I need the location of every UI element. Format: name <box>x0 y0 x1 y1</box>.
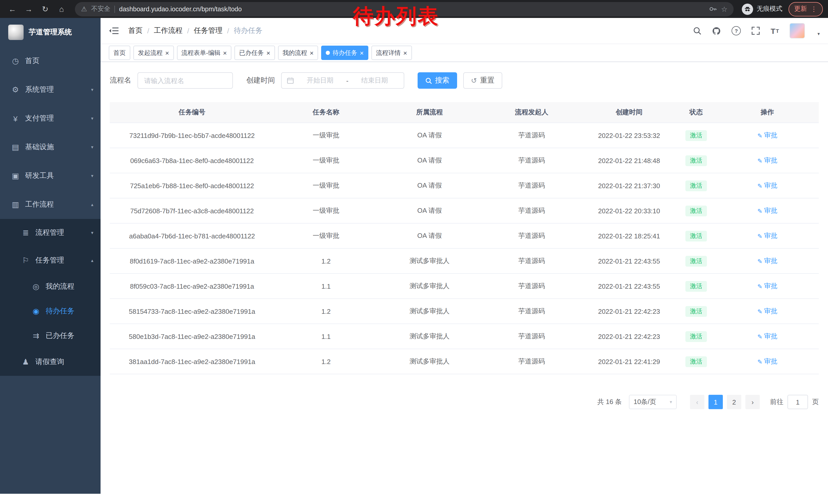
tab[interactable]: 已办任务 <box>235 46 275 60</box>
close-icon[interactable] <box>165 49 169 56</box>
close-icon[interactable] <box>403 49 407 56</box>
cell-create-time: 2022-01-21 22:43:55 <box>582 248 676 274</box>
approve-button[interactable]: 审批 <box>757 231 778 240</box>
home-icon[interactable]: ⌂ <box>54 2 69 16</box>
sidebar-item-devtools[interactable]: ▣ 研发工具 <box>0 162 100 190</box>
breadcrumb-home[interactable]: 首页 <box>128 26 142 35</box>
cell-create-time: 2022-01-21 22:41:29 <box>582 349 676 374</box>
cell-create-time: 2022-01-21 22:43:55 <box>582 274 676 299</box>
tab[interactable]: 流程详情 <box>371 46 412 60</box>
edit-icon <box>757 182 762 189</box>
edit-icon <box>757 132 762 139</box>
next-page-button[interactable]: › <box>745 395 760 409</box>
table-row: 8f0d1619-7ac8-11ec-a9e2-a2380e71991a 1.2… <box>110 248 819 274</box>
incognito-label: 无痕模式 <box>757 5 782 13</box>
app-logo: 芋道管理系统 <box>0 18 100 47</box>
sidebar-collapse-icon[interactable] <box>109 25 120 36</box>
github-icon[interactable] <box>712 27 721 35</box>
sidebar-item-todo-tasks[interactable]: ◉ 待办任务 <box>0 299 100 324</box>
goto-page-input[interactable] <box>787 395 808 409</box>
menu-dots-icon[interactable]: ⋮ <box>811 5 817 13</box>
search-button[interactable]: 搜索 <box>418 72 457 89</box>
breadcrumb-task-manage[interactable]: 任务管理 <box>194 26 223 35</box>
page-button-2[interactable]: 2 <box>727 395 741 409</box>
divider <box>114 5 115 12</box>
search-icon[interactable] <box>693 27 701 35</box>
sidebar-item-my-process[interactable]: ◎ 我的流程 <box>0 274 100 299</box>
cell-create-time: 2022-01-21 22:42:23 <box>582 299 676 324</box>
avatar-caret-icon[interactable]: ▾ <box>818 31 820 39</box>
approve-button[interactable]: 审批 <box>757 156 778 165</box>
tab[interactable]: 我的流程 <box>278 46 318 60</box>
close-icon[interactable] <box>310 49 314 56</box>
page-button-1[interactable]: 1 <box>708 395 723 409</box>
chevron-down-icon <box>91 116 93 121</box>
tab[interactable]: 首页 <box>109 46 130 60</box>
address-bar[interactable]: ⚠ 不安全 dashboard.yudao.iocoder.cn/bpm/tas… <box>75 2 734 16</box>
process-name-input[interactable] <box>137 72 233 89</box>
browser-update-button[interactable]: 更新 ⋮ <box>788 2 823 16</box>
cell-task-name: 一级审批 <box>274 223 378 248</box>
approve-button[interactable]: 审批 <box>757 357 778 366</box>
reset-button[interactable]: ↺ 重置 <box>463 72 502 89</box>
page-unit-label: 页 <box>812 397 819 407</box>
user-avatar[interactable] <box>790 23 805 39</box>
approve-button[interactable]: 审批 <box>757 332 778 341</box>
cell-task-id: 725a1eb6-7b88-11ec-8ef0-acde48001122 <box>110 173 274 198</box>
close-icon[interactable] <box>360 49 364 56</box>
page-size-select[interactable]: 10条/页 ▾ <box>629 395 677 409</box>
sidebar-item-leave-query[interactable]: ♟ 请假查询 <box>0 348 100 376</box>
browser-toolbar: ← → ↻ ⌂ ⚠ 不安全 dashboard.yudao.iocoder.cn… <box>0 0 828 18</box>
end-date-placeholder: 结束日期 <box>350 76 399 85</box>
prev-page-button[interactable]: ‹ <box>690 395 704 409</box>
cell-task-id: 73211d9d-7b9b-11ec-b5b7-acde48001122 <box>110 123 274 148</box>
create-time-label: 创建时间 <box>246 76 275 85</box>
cell-process: OA 请假 <box>378 198 482 223</box>
sidebar-item-task-manage[interactable]: ⚐ 任务管理 <box>0 246 100 274</box>
sidebar-item-done-tasks[interactable]: ⇉ 已办任务 <box>0 324 100 348</box>
sidebar-item-process-manage[interactable]: ≣ 流程管理 <box>0 219 100 246</box>
approve-button[interactable]: 审批 <box>757 256 778 266</box>
sidebar-item-workflow[interactable]: ▥ 工作流程 <box>0 190 100 219</box>
bookmark-star-icon[interactable]: ☆ <box>721 5 728 13</box>
password-key-icon[interactable] <box>709 5 717 13</box>
close-icon[interactable] <box>223 49 227 56</box>
tab[interactable]: 发起流程 <box>133 46 174 60</box>
breadcrumb-workflow[interactable]: 工作流程 <box>154 26 182 35</box>
sidebar-item-home[interactable]: ◷ 首页 <box>0 47 100 75</box>
start-date-placeholder: 开始日期 <box>296 76 344 85</box>
cell-task-name: 1.1 <box>274 274 378 299</box>
cell-starter: 芋道源码 <box>481 274 582 299</box>
sidebar-item-system[interactable]: ⚙ 系统管理 <box>0 75 100 104</box>
col-task-id: 任务编号 <box>110 102 274 123</box>
filter-form: 流程名 创建时间 开始日期 - 结束日期 搜索 <box>110 72 819 89</box>
cell-starter: 芋道源码 <box>481 349 582 374</box>
list-icon: ≣ <box>20 228 31 237</box>
cell-create-time: 2022-01-22 23:53:32 <box>582 123 676 148</box>
tab[interactable]: 流程表单-编辑 <box>177 46 232 60</box>
back-icon[interactable]: ← <box>5 2 19 16</box>
tab[interactable]: 待办任务 <box>321 46 368 60</box>
devtools-icon: ▣ <box>10 171 20 180</box>
breadcrumb-current: 待办任务 <box>234 26 262 35</box>
chevron-up-icon <box>91 258 93 263</box>
forward-icon[interactable]: → <box>22 2 36 16</box>
approve-button[interactable]: 审批 <box>757 281 778 291</box>
approve-button[interactable]: 审批 <box>757 131 778 140</box>
edit-icon <box>757 332 762 340</box>
sidebar-item-infrastructure[interactable]: ▤ 基础设施 <box>0 133 100 162</box>
font-size-icon[interactable] <box>771 27 779 35</box>
approve-button[interactable]: 审批 <box>757 307 778 316</box>
cell-task-name: 一级审批 <box>274 198 378 223</box>
sidebar-item-payment[interactable]: ¥ 支付管理 <box>0 104 100 133</box>
reload-icon[interactable]: ↻ <box>38 2 52 16</box>
chevron-down-icon: ▾ <box>670 400 672 405</box>
approve-button[interactable]: 审批 <box>757 181 778 190</box>
help-icon[interactable] <box>732 26 741 35</box>
fullscreen-icon[interactable] <box>752 27 760 35</box>
approve-button[interactable]: 审批 <box>757 206 778 215</box>
close-icon[interactable] <box>266 49 270 56</box>
date-range-picker[interactable]: 开始日期 - 结束日期 <box>281 72 404 89</box>
col-process: 所属流程 <box>378 102 482 123</box>
status-badge: 激活 <box>686 130 707 141</box>
